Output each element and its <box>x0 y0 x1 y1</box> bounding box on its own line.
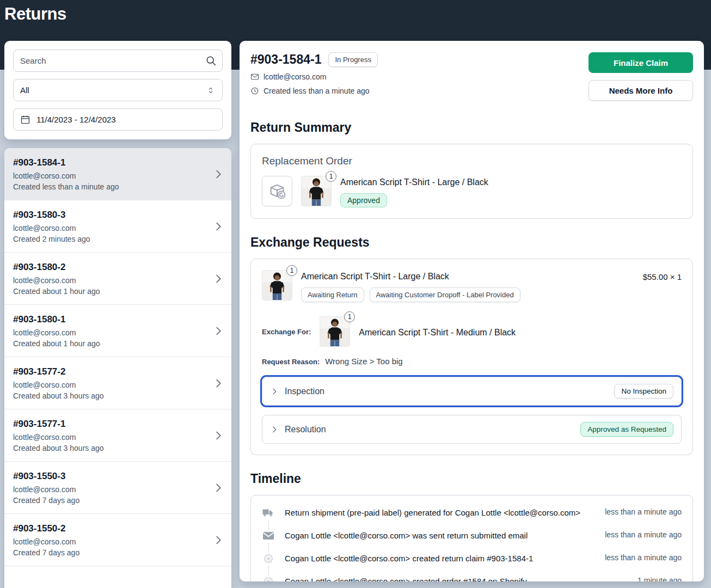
claim-created-value: Created less than a minute ago <box>263 87 370 95</box>
chevron-right-icon <box>270 387 279 396</box>
claim-id: #903-1580-3 <box>13 210 223 220</box>
claim-email-row: lcottle@corso.com <box>250 72 378 81</box>
claim-email: lcottle@corso.com <box>13 328 223 337</box>
quantity-badge: 1 <box>326 171 336 182</box>
approved-as-requested-badge: Approved as Requested <box>580 422 673 437</box>
no-inspection-badge: No Inspection <box>614 384 673 399</box>
chevron-right-icon <box>212 482 224 494</box>
item-price: $55.00 × 1 <box>643 270 682 281</box>
timeline-event-text: Cogan Lottle <lcottle@corso.com> created… <box>285 576 629 581</box>
chevron-right-icon <box>212 325 224 337</box>
request-reason-row: Request Reason: Wrong Size > Too big <box>262 357 682 366</box>
timeline-event-text: Cogan Lottle <lcottle@corso.com> created… <box>285 553 596 564</box>
sidebar: All 11/4/2023 - 12/4/2023 #903-1584-1 lc… <box>4 41 231 588</box>
claim-email: lcottle@corso.com <box>13 433 223 442</box>
claim-created: Created 7 days ago <box>13 548 223 557</box>
package-return-icon <box>262 176 292 206</box>
exchange-for-label: Exchange For: <box>262 328 311 336</box>
claim-list-item[interactable]: #903-1580-3 lcottle@corso.com Created 2 … <box>4 200 231 253</box>
clock-icon <box>250 87 259 95</box>
claim-actions: Finalize Claim Needs More Info <box>589 52 693 101</box>
timeline-event-text: Cogan Lottle <lcottle@corso.com> was sen… <box>285 530 596 541</box>
truck-icon <box>262 506 275 519</box>
claim-detail-panel: #903-1584-1 In Progress lcottle@corso.co… <box>240 41 704 581</box>
resolution-accordion[interactable]: Resolution Approved as Requested <box>262 415 682 444</box>
resolution-label: Resolution <box>285 425 326 434</box>
date-range-input[interactable]: 11/4/2023 - 12/4/2023 <box>13 108 223 131</box>
timeline-event: Cogan Lottle <lcottle@corso.com> created… <box>262 553 682 576</box>
claim-id: #903-1550-3 <box>13 471 223 482</box>
filter-card: All 11/4/2023 - 12/4/2023 <box>4 41 231 139</box>
claim-email-value: lcottle@corso.com <box>263 72 326 81</box>
approved-status-badge: Approved <box>340 193 387 207</box>
quantity-badge: 1 <box>286 265 297 276</box>
claim-list-item[interactable]: #903-1550-3 lcottle@corso.com Created 7 … <box>4 462 231 514</box>
claim-email: lcottle@corso.com <box>13 224 223 232</box>
replacement-order-card: Replacement Order 1 American Script T-Sh… <box>250 144 693 219</box>
inspection-label: Inspection <box>285 387 324 396</box>
claim-created: Created 2 minutes ago <box>13 235 223 243</box>
exchange-requests-heading: Exchange Requests <box>250 235 693 250</box>
timeline-event-time: less than a minute ago <box>605 507 682 516</box>
claim-id: #903-1550-2 <box>13 523 223 534</box>
date-range-value: 11/4/2023 - 12/4/2023 <box>36 115 116 124</box>
chevron-right-icon <box>212 220 224 232</box>
replacement-order-title: Replacement Order <box>262 155 682 167</box>
timeline-event: Return shipment (pre-paid label) generat… <box>262 507 682 530</box>
product-image: 1 <box>301 176 332 206</box>
claim-email: lcottle@corso.com <box>13 381 223 389</box>
exchange-request-card: 1 American Script T-Shirt - Large / Blac… <box>250 259 693 455</box>
status-dot-icon <box>262 575 275 581</box>
timeline-event-time: less than a minute ago <box>605 530 682 539</box>
request-reason-value: Wrong Size > Too big <box>325 357 402 366</box>
claim-list-item[interactable]: #903-1584-1 lcottle@corso.com Created le… <box>4 148 231 200</box>
claim-created: Created 7 days ago <box>13 496 223 505</box>
status-filter-select[interactable]: All <box>13 79 223 101</box>
search-input[interactable] <box>13 50 223 72</box>
claim-created: Created about 3 hours ago <box>13 391 223 400</box>
claim-email: lcottle@corso.com <box>13 171 223 180</box>
claim-list-item[interactable]: #903-1550-2 lcottle@corso.com Created 7 … <box>4 514 231 566</box>
awaiting-dropoff-badge: Awaiting Customer Dropoff - Label Provid… <box>370 287 520 302</box>
quantity-badge: 1 <box>344 311 355 322</box>
timeline-card: Return shipment (pre-paid label) generat… <box>250 495 693 581</box>
claim-created: Created about 1 hour ago <box>13 339 223 348</box>
claim-email: lcottle@corso.com <box>13 485 223 494</box>
chevron-right-icon <box>270 425 279 434</box>
chevron-right-icon <box>212 168 224 180</box>
chevron-right-icon <box>212 377 224 389</box>
request-reason-label: Request Reason: <box>262 358 320 366</box>
awaiting-return-badge: Awaiting Return <box>301 287 364 302</box>
product-name: American Script T-Shirt - Large / Black <box>340 176 488 187</box>
app-title: Returns <box>0 0 711 24</box>
claim-list-item[interactable]: #903-1577-2 lcottle@corso.com Created ab… <box>4 357 231 409</box>
claim-list-item[interactable]: #903-1577-1 lcottle@corso.com Created ab… <box>4 409 231 462</box>
claim-email: lcottle@corso.com <box>13 276 223 285</box>
needs-more-info-button[interactable]: Needs More Info <box>589 80 693 101</box>
status-dot-icon <box>262 552 275 565</box>
claims-list: #903-1584-1 lcottle@corso.com Created le… <box>4 148 231 588</box>
claim-detail-header: #903-1584-1 In Progress lcottle@corso.co… <box>250 52 693 101</box>
select-chevrons-icon <box>206 85 216 95</box>
claim-list-item[interactable]: #903-1580-2 lcottle@corso.com Created ab… <box>4 253 231 305</box>
inspection-accordion[interactable]: Inspection No Inspection <box>262 377 682 406</box>
chevron-right-icon <box>212 430 224 442</box>
claim-created: Created about 3 hours ago <box>13 444 223 452</box>
claim-detail-meta: #903-1584-1 In Progress lcottle@corso.co… <box>250 52 378 95</box>
status-filter-value: All <box>20 85 29 95</box>
mail-icon <box>262 529 275 542</box>
search-field-wrap <box>13 50 223 72</box>
calendar-icon <box>20 114 30 125</box>
claim-detail-title: #903-1584-1 <box>250 52 321 67</box>
timeline-event-time: 1 minute ago <box>638 576 682 581</box>
chevron-right-icon <box>212 273 224 285</box>
product-name: American Script T-Shirt - Large / Black <box>301 270 634 281</box>
timeline-heading: Timeline <box>250 471 693 486</box>
claim-list-item[interactable]: #903-1580-1 lcottle@corso.com Created ab… <box>4 305 231 357</box>
finalize-claim-button[interactable]: Finalize Claim <box>589 52 693 73</box>
claim-created: Created about 1 hour ago <box>13 287 223 296</box>
claim-id: #903-1580-1 <box>13 314 223 325</box>
claim-id: #903-1584-1 <box>13 157 223 168</box>
claim-id: #903-1580-2 <box>13 262 223 273</box>
claim-email: lcottle@corso.com <box>13 537 223 546</box>
